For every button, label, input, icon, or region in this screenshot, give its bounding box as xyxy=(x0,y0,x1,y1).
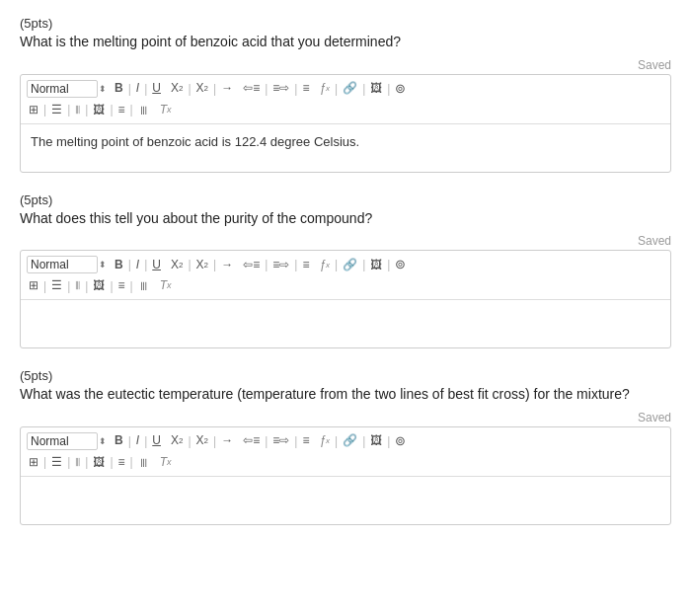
bullets-button[interactable]: ⫼ xyxy=(136,453,152,472)
sep-r2-5: | xyxy=(130,103,133,116)
sep13: | xyxy=(387,434,390,448)
fx-button[interactable]: ƒx xyxy=(317,79,332,98)
table-button[interactable]: ⊞ xyxy=(27,101,40,119)
subscript-button[interactable]: X2 xyxy=(169,431,185,450)
italic-button[interactable]: I xyxy=(134,256,141,274)
format-select[interactable]: Normal Heading 1 Heading 2 Paragraph xyxy=(27,80,98,98)
underline-button[interactable]: U xyxy=(150,79,163,98)
superscript-button[interactable]: X2 xyxy=(194,431,210,450)
sep12: | xyxy=(362,82,365,96)
toolbar-row-1: Normal Heading 1 Heading 2 Paragraph ⬍ B… xyxy=(27,431,664,451)
subscript-button[interactable]: X2 xyxy=(169,256,185,274)
align-button[interactable]: ≡ xyxy=(300,431,311,450)
superscript-button[interactable]: X2 xyxy=(194,79,210,98)
select-arrow-icon: ⬍ xyxy=(99,260,107,270)
subscript-button[interactable]: X2 xyxy=(169,79,185,98)
question-block-q3: (5pts) What was the eutectic temperature… xyxy=(20,368,671,525)
question-block-q2: (5pts) What does this tell you about the… xyxy=(20,192,671,349)
columns-button[interactable]: ⫴ xyxy=(73,101,82,119)
image-button[interactable]: 🖼 xyxy=(368,256,384,274)
format-select[interactable]: Normal Heading 1 Heading 2 Paragraph xyxy=(27,432,98,450)
fx-button[interactable]: ƒx xyxy=(317,431,332,450)
arrow-button[interactable]: → xyxy=(219,79,235,98)
embed-button[interactable]: ⊚ xyxy=(393,255,408,274)
sep-r2-1: | xyxy=(43,103,46,116)
bullets-button[interactable]: ⫼ xyxy=(136,101,152,119)
underline-button[interactable]: U xyxy=(150,256,163,274)
italic-button[interactable]: I xyxy=(134,79,141,98)
indent-more-button[interactable]: ≡⇨ xyxy=(270,256,291,274)
bold-button[interactable]: B xyxy=(113,256,125,274)
format-select[interactable]: Normal Heading 1 Heading 2 Paragraph xyxy=(27,256,98,273)
select-arrow-icon: ⬍ xyxy=(99,436,107,446)
photo-button[interactable]: 🖼 xyxy=(91,453,107,472)
link-button[interactable]: 🔗 xyxy=(341,431,359,450)
sep2: | xyxy=(128,82,131,96)
sep6: | xyxy=(213,258,216,271)
editor-box-q3: Normal Heading 1 Heading 2 Paragraph ⬍ B… xyxy=(20,426,671,525)
list2-button[interactable]: ≡ xyxy=(116,276,127,295)
sep-r2-4: | xyxy=(110,455,113,469)
editor-content-q3[interactable] xyxy=(21,477,670,524)
format-select-wrapper[interactable]: Normal Heading 1 Heading 2 Paragraph ⬍ xyxy=(27,256,107,273)
list2-button[interactable]: ≡ xyxy=(116,453,127,472)
link-button[interactable]: 🔗 xyxy=(341,79,359,98)
editor-box-q2: Normal Heading 1 Heading 2 Paragraph ⬍ B… xyxy=(20,250,671,348)
list-button[interactable]: ☰ xyxy=(49,101,64,119)
bold-button[interactable]: B xyxy=(113,79,125,98)
question-text-q3: What was the eutectic temperature (tempe… xyxy=(20,385,671,405)
sep-r2-4: | xyxy=(110,279,113,293)
indent-more-button[interactable]: ≡⇨ xyxy=(270,79,291,98)
align-button[interactable]: ≡ xyxy=(300,79,311,98)
link-button[interactable]: 🔗 xyxy=(341,256,359,274)
underline-button[interactable]: U xyxy=(150,431,163,450)
bullets-button[interactable]: ⫼ xyxy=(136,276,152,295)
sep-r2-1: | xyxy=(43,455,46,469)
clear-format-button[interactable]: Tx xyxy=(158,276,174,295)
photo-button[interactable]: 🖼 xyxy=(91,101,107,119)
photo-button[interactable]: 🖼 xyxy=(91,276,107,295)
sep3: | xyxy=(144,434,147,448)
indent-less-button[interactable]: ⇦≡ xyxy=(241,79,262,98)
sep11: | xyxy=(335,82,338,96)
indent-less-button[interactable]: ⇦≡ xyxy=(241,256,262,274)
clear-format-button[interactable]: Tx xyxy=(158,453,174,472)
list-button[interactable]: ☰ xyxy=(49,276,64,295)
question-text-q2: What does this tell you about the purity… xyxy=(20,209,671,229)
embed-button[interactable]: ⊚ xyxy=(393,79,408,99)
embed-button[interactable]: ⊚ xyxy=(393,431,408,451)
sep5: | xyxy=(188,434,191,448)
editor-content-q2[interactable] xyxy=(21,300,670,347)
image-button[interactable]: 🖼 xyxy=(368,79,384,98)
list-button[interactable]: ☰ xyxy=(49,453,64,472)
sep9: | xyxy=(294,434,297,448)
format-select-wrapper[interactable]: Normal Heading 1 Heading 2 Paragraph ⬍ xyxy=(27,80,107,98)
sep13: | xyxy=(387,82,390,96)
fx-button[interactable]: ƒx xyxy=(317,256,332,274)
bold-button[interactable]: B xyxy=(113,431,125,450)
columns-button[interactable]: ⫴ xyxy=(73,453,82,472)
table-button[interactable]: ⊞ xyxy=(27,276,40,295)
image-button[interactable]: 🖼 xyxy=(368,431,384,450)
arrow-button[interactable]: → xyxy=(219,256,235,274)
indent-less-button[interactable]: ⇦≡ xyxy=(241,431,262,450)
italic-button[interactable]: I xyxy=(134,431,141,450)
sep5: | xyxy=(188,82,191,96)
align-button[interactable]: ≡ xyxy=(300,256,311,274)
superscript-button[interactable]: X2 xyxy=(194,256,210,274)
editor-content-q1[interactable]: The melting point of benzoic acid is 122… xyxy=(21,124,670,172)
toolbar-row-2: ⊞ | ☰ | ⫴ | 🖼 | ≡ | ⫼ Tx xyxy=(27,276,664,295)
table-button[interactable]: ⊞ xyxy=(27,453,40,472)
question-pts-q3: (5pts) xyxy=(20,368,671,383)
arrow-button[interactable]: → xyxy=(219,431,235,450)
sep-r2-1: | xyxy=(43,279,46,293)
list2-button[interactable]: ≡ xyxy=(116,101,127,119)
toolbar-row-1: Normal Heading 1 Heading 2 Paragraph ⬍ B… xyxy=(27,79,664,99)
columns-button[interactable]: ⫴ xyxy=(73,276,82,295)
sep-r2-2: | xyxy=(67,103,70,116)
clear-format-button[interactable]: Tx xyxy=(158,101,174,119)
sep-r2-2: | xyxy=(67,455,70,469)
indent-more-button[interactable]: ≡⇨ xyxy=(270,431,291,450)
saved-label-q2: Saved xyxy=(20,234,671,248)
format-select-wrapper[interactable]: Normal Heading 1 Heading 2 Paragraph ⬍ xyxy=(27,432,107,450)
